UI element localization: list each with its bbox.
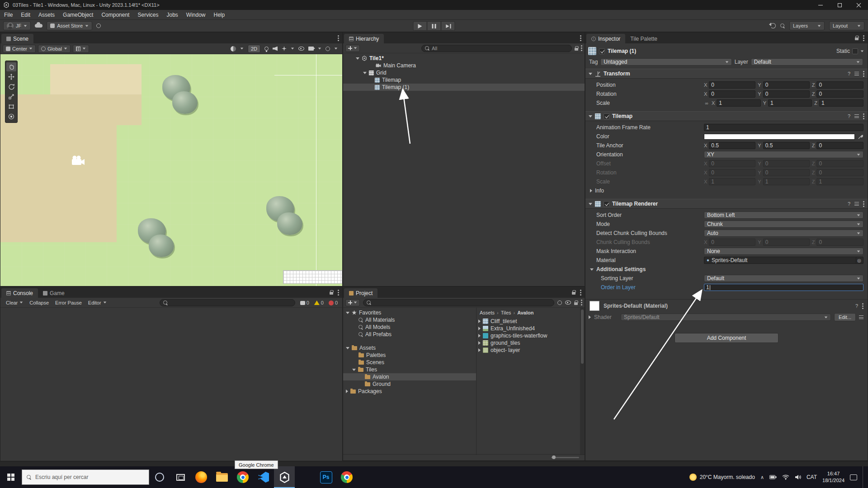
tree-item-palettes[interactable]: Palettes (343, 352, 476, 359)
anchor-y-field[interactable]: 0.5 (763, 142, 810, 149)
transform-header[interactable]: Transform ? (585, 69, 868, 79)
hierarchy-search-input[interactable]: All (421, 45, 572, 52)
scale-y-field[interactable]: 1 (768, 99, 812, 107)
shader-list-icon[interactable] (859, 315, 863, 319)
battery-icon[interactable] (769, 475, 777, 479)
info-foldout[interactable]: Info (585, 186, 868, 195)
menu-jobs[interactable]: Jobs (162, 10, 182, 19)
mode-dropdown[interactable]: Chunk (704, 221, 863, 228)
tab-console[interactable]: Console (1, 288, 38, 298)
tab-hierarchy[interactable]: Hierarchy (344, 34, 384, 43)
hidden-packages-icon[interactable] (565, 300, 571, 305)
maximize-button[interactable] (830, 0, 849, 10)
component-menu-icon[interactable] (862, 305, 863, 307)
component-enabled-checkbox[interactable] (604, 113, 609, 119)
lock-icon[interactable] (572, 292, 576, 295)
close-button[interactable] (849, 0, 868, 10)
panel-menu-icon[interactable] (580, 38, 581, 39)
pause-button[interactable] (427, 21, 441, 31)
eyedropper-icon[interactable] (857, 133, 863, 140)
scene-viewport[interactable] (0, 54, 342, 286)
space-button[interactable]: Global (38, 45, 71, 53)
position-x-field[interactable]: 0 (709, 81, 755, 89)
grid-snap-button[interactable] (73, 45, 89, 53)
firefox-taskbar-button[interactable] (191, 466, 212, 488)
static-checkbox[interactable] (852, 48, 858, 54)
menu-file[interactable]: File (0, 10, 17, 19)
lock-icon[interactable] (574, 302, 578, 305)
lock-icon[interactable] (330, 292, 333, 295)
material-preview-header[interactable]: Sprites-Default (Material) ? (585, 300, 868, 312)
help-icon[interactable]: ? (848, 71, 850, 76)
tree-item-ground[interactable]: Ground (343, 380, 476, 388)
help-icon[interactable]: ? (848, 113, 850, 119)
lock-icon[interactable] (855, 38, 859, 40)
component-menu-icon[interactable] (863, 73, 864, 75)
tilemap-header[interactable]: Tilemap ? (585, 111, 868, 121)
foldout-open-icon[interactable] (589, 203, 592, 205)
clock-widget[interactable]: 16:47 18/1/2024 (822, 470, 844, 484)
tab-game[interactable]: Game (38, 288, 70, 298)
file-item-object-layer[interactable]: object- layer (476, 347, 585, 354)
rotation-x-field[interactable]: 0 (709, 90, 755, 98)
position-z-field[interactable]: 0 (816, 81, 863, 89)
layer-dropdown[interactable]: Default (751, 58, 863, 66)
layers-dropdown[interactable]: Layers (789, 21, 825, 30)
menu-window[interactable]: Window (182, 10, 210, 19)
editor-dropdown[interactable]: Editor (85, 298, 110, 308)
hierarchy-item-main-camera[interactable]: Main Camera (343, 62, 585, 69)
explorer-taskbar-button[interactable] (212, 466, 232, 488)
shader-edit-button[interactable]: Edit... (834, 313, 856, 321)
search-scope-icon[interactable] (557, 300, 562, 305)
hand-tool-button[interactable] (6, 62, 16, 71)
rotate-tool-button[interactable] (6, 82, 16, 91)
anchor-x-field[interactable]: 0.5 (709, 142, 755, 149)
taskbar-search-input[interactable]: Escriu aquí per cercar (22, 469, 149, 485)
toggle-2d-button[interactable]: 2D (248, 45, 260, 53)
tree-item-all-models[interactable]: All Models (343, 324, 476, 331)
tree-item-all-materials[interactable]: All Materials (343, 316, 476, 324)
account-button[interactable]: JF (3, 21, 31, 30)
thumbnail-zoom-slider[interactable] (551, 457, 579, 458)
add-component-button[interactable]: Add Component (675, 333, 778, 343)
chrome-taskbar-button[interactable] (232, 466, 253, 488)
gameobject-name[interactable]: Tilemap (1) (608, 48, 636, 54)
foldout-closed-icon[interactable] (478, 341, 481, 345)
tag-dropdown[interactable]: Untagged (600, 58, 731, 66)
menu-assets[interactable]: Assets (34, 10, 59, 19)
foldout-closed-icon[interactable] (478, 319, 481, 323)
wifi-icon[interactable] (782, 474, 789, 480)
foldout-open-icon[interactable] (363, 72, 367, 74)
foldout-open-icon[interactable] (352, 369, 356, 371)
breadcrumb-avalon[interactable]: Avalon (517, 310, 533, 315)
play-button[interactable] (413, 21, 427, 31)
panel-menu-icon[interactable] (581, 47, 582, 49)
show-desktop-button[interactable] (863, 466, 865, 488)
foldout-closed-icon[interactable] (589, 315, 591, 319)
lock-icon[interactable] (575, 48, 578, 51)
menu-edit[interactable]: Edit (17, 10, 34, 19)
help-icon[interactable]: ? (848, 201, 850, 206)
position-y-field[interactable]: 0 (763, 81, 810, 89)
collapse-button[interactable]: Collapse (26, 298, 52, 308)
panel-menu-icon[interactable] (863, 38, 864, 39)
weather-widget[interactable]: 20°C Mayorm. soleado (689, 474, 755, 481)
mask-interaction-dropdown[interactable]: None (704, 248, 863, 255)
sort-order-dropdown[interactable]: Bottom Left (704, 211, 863, 219)
tree-item-avalon[interactable]: Avalon (343, 373, 476, 380)
camera-settings-icon[interactable] (308, 47, 314, 51)
panel-menu-icon[interactable] (580, 292, 581, 293)
color-swatch[interactable] (704, 134, 855, 140)
hierarchy-item-tilemap-1[interactable]: Tilemap (1) (343, 84, 585, 91)
scale-tool-button[interactable] (6, 92, 16, 101)
language-indicator[interactable]: CAT (807, 474, 817, 480)
hierarchy-item-grid[interactable]: Grid (343, 69, 585, 76)
info-count-badge[interactable]: 0 (300, 300, 309, 305)
component-enabled-checkbox[interactable] (604, 201, 609, 207)
sorting-layer-dropdown[interactable]: Default (704, 275, 863, 282)
active-checkbox[interactable] (599, 48, 605, 54)
presets-icon[interactable] (854, 114, 859, 118)
notification-center-icon[interactable] (850, 474, 857, 480)
asset-store-button[interactable]: Asset Store (47, 21, 92, 30)
unity-taskbar-button[interactable] (274, 466, 295, 488)
